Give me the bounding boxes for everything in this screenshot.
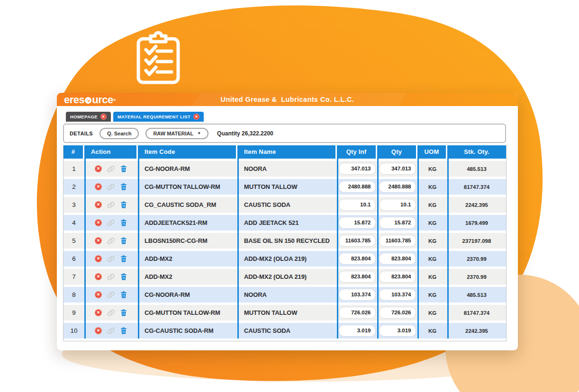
column-divider [337, 159, 338, 339]
item-code-cell: CG-MUTTON TALLOW-RM [138, 305, 237, 321]
cancel-icon[interactable]: ✕ [95, 255, 102, 262]
link-icon[interactable] [107, 219, 115, 227]
qty-inf-input[interactable]: 823.804 [339, 253, 376, 265]
item-code-cell: CG-CAUSTIC SODA-RM [138, 323, 237, 339]
qty-input[interactable]: 3.019 [379, 325, 416, 337]
qty-input[interactable]: 2480.888 [379, 181, 416, 193]
delete-icon[interactable] [119, 183, 127, 191]
cancel-icon[interactable]: ✕ [95, 165, 102, 172]
cancel-icon[interactable]: ✕ [95, 327, 102, 334]
cancel-icon[interactable]: ✕ [95, 183, 102, 190]
row-number: 2 [63, 179, 84, 195]
qty-inf-input[interactable]: 11603.785 [339, 235, 376, 247]
qty-input[interactable]: 10.1 [379, 199, 416, 211]
table-row: 9 ✕ CG-MUTTON TALLOW-RM MUTTON TALLOW 72… [63, 305, 506, 321]
row-number: 4 [63, 215, 84, 231]
quantity-total: Quantity 26,322.2200 [217, 130, 273, 137]
delete-icon[interactable] [119, 165, 127, 173]
delete-icon[interactable] [119, 273, 127, 281]
item-code-cell: CG-NOORA-RM [138, 287, 237, 303]
item-code-cell: ADD-MX2 [138, 251, 237, 267]
qty-input[interactable]: 347.013 [379, 163, 416, 175]
qty-inf-input[interactable]: 3.019 [339, 325, 376, 337]
link-icon[interactable] [107, 237, 115, 245]
item-name-cell: ADD-MX2 (OLOA 219) [237, 269, 337, 285]
cancel-icon[interactable]: ✕ [95, 273, 102, 280]
qty-inf-input[interactable]: 823.804 [339, 271, 376, 283]
row-actions: ✕ [84, 287, 138, 303]
link-icon[interactable] [107, 273, 115, 281]
chevron-down-icon: ▼ [197, 131, 201, 135]
stk-qty-cell: 1679.499 [447, 215, 506, 231]
uom-cell: KG [417, 215, 447, 231]
cancel-icon[interactable]: ✕ [95, 309, 102, 316]
row-number: 7 [63, 269, 84, 285]
table-row: 7 ✕ ADD-MX2 ADD-MX2 (OLOA 219) 823.804 8… [63, 269, 506, 285]
table-body: 1 ✕ CG-NOORA-RM NOORA 347.013 347.013 KG [63, 159, 506, 339]
uom-cell: KG [417, 197, 447, 213]
material-type-dropdown[interactable]: RAW MATERIAL ▼ [145, 128, 208, 139]
row-number: 9 [63, 305, 84, 321]
stk-qty-cell: 2242.395 [447, 323, 506, 339]
cancel-icon[interactable]: ✕ [95, 201, 102, 208]
cancel-icon[interactable]: ✕ [95, 291, 102, 298]
item-code-cell: CG_CAUSTIC SODA_RM [138, 197, 237, 213]
qty-inf-input[interactable]: 726.026 [339, 307, 376, 319]
uom-cell: KG [417, 251, 447, 267]
table-header: # Action Item Code Item Name Qty Inf Qty… [63, 145, 506, 159]
stk-qty-cell: 2370.99 [447, 251, 506, 267]
tab-label: MATERIAL REQUIREMENT LIST [118, 114, 190, 119]
row-number: 8 [63, 287, 84, 303]
link-icon[interactable] [107, 309, 115, 317]
qty-inf-input[interactable]: 2480.888 [339, 181, 376, 193]
qty-inf-input[interactable]: 10.1 [339, 199, 376, 211]
tab-homepage[interactable]: HOMEPAGE ✕ [66, 112, 111, 122]
row-number: 10 [63, 323, 84, 339]
item-name-cell: CAUSTIC SODA [237, 323, 337, 339]
search-button[interactable]: Q. Search [100, 128, 139, 139]
link-icon[interactable] [107, 291, 115, 299]
qty-inf-input[interactable]: 347.013 [339, 163, 376, 175]
qty-input[interactable]: 823.804 [379, 253, 416, 265]
close-tab-icon[interactable]: ✕ [193, 114, 199, 120]
details-label: DETAILS [70, 131, 93, 136]
delete-icon[interactable] [119, 309, 127, 317]
uom-cell: KG [417, 161, 447, 177]
delete-icon[interactable] [119, 291, 127, 299]
app-window: eresurce® United Grease & Lubricants Co.… [57, 93, 518, 350]
link-icon[interactable] [107, 183, 115, 191]
column-divider [237, 159, 239, 339]
close-tab-icon[interactable]: ✕ [100, 114, 107, 120]
app-titlebar: eresurce® United Grease & Lubricants Co.… [57, 93, 518, 106]
qty-input[interactable]: 726.026 [379, 307, 416, 319]
delete-icon[interactable] [119, 237, 127, 245]
col-header-qty: Qty [377, 145, 417, 159]
table-row: 8 ✕ CG-NOORA-RM NOORA 103.374 103.374 KG [63, 287, 506, 303]
uom-cell: KG [417, 305, 447, 321]
link-icon[interactable] [107, 201, 115, 209]
item-name-cell: ADD JEETACK 521 [237, 215, 337, 231]
details-toolbar: DETAILS Q. Search RAW MATERIAL ▼ Quantit… [63, 124, 506, 143]
delete-icon[interactable] [119, 201, 127, 209]
qty-input[interactable]: 103.374 [379, 289, 416, 301]
qty-input[interactable]: 11603.785 [379, 235, 416, 247]
delete-icon[interactable] [119, 327, 127, 335]
delete-icon[interactable] [119, 255, 127, 263]
delete-icon[interactable] [119, 219, 127, 227]
link-icon[interactable] [107, 255, 115, 263]
tab-material-requirement-list[interactable]: MATERIAL REQUIREMENT LIST ✕ [113, 112, 204, 122]
link-icon[interactable] [107, 165, 115, 173]
col-header-action: Action [84, 145, 138, 159]
cancel-icon[interactable]: ✕ [95, 237, 102, 244]
cancel-icon[interactable]: ✕ [95, 219, 102, 226]
stk-qty-cell: 485.513 [447, 161, 506, 177]
stk-qty-cell: 81747.374 [447, 179, 506, 195]
qty-input[interactable]: 15.872 [379, 217, 416, 229]
item-name-cell: CAUSTIC SODA [237, 197, 337, 213]
col-header-itemcode: Item Code [138, 145, 237, 159]
row-number: 1 [63, 161, 84, 177]
link-icon[interactable] [107, 327, 115, 335]
qty-inf-input[interactable]: 15.872 [339, 217, 376, 229]
qty-inf-input[interactable]: 103.374 [339, 289, 376, 301]
qty-input[interactable]: 823.804 [379, 271, 416, 283]
